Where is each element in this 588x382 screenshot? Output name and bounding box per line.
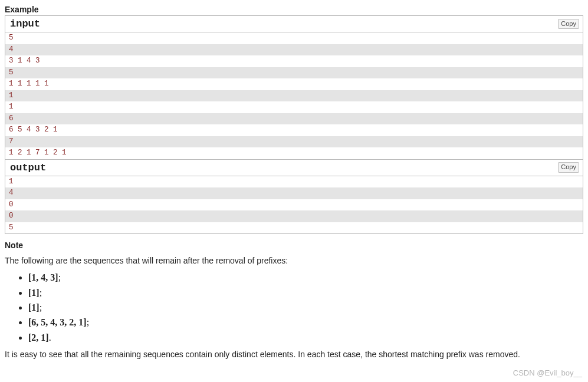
- input-header: input Copy: [5, 16, 583, 32]
- sequence-value: [6, 5, 4, 3, 2, 1]: [28, 317, 87, 327]
- code-line: 1 1 1 1 1: [5, 78, 583, 90]
- example-heading: Example: [5, 5, 583, 14]
- code-line: 4: [5, 44, 583, 56]
- note-sequence-item: [1];: [28, 286, 583, 299]
- input-box: input Copy 543 1 4 351 1 1 1 11166 5 4 3…: [5, 15, 583, 160]
- code-line: 4: [5, 187, 583, 199]
- note-heading: Note: [5, 240, 583, 252]
- note-sequence-list: [1, 4, 3];[1];[1];[6, 5, 4, 3, 2, 1];[2,…: [5, 271, 583, 344]
- note-sequence-item: [1, 4, 3];: [28, 271, 583, 284]
- note-intro: The following are the sequences that wil…: [5, 255, 583, 267]
- code-line: 0: [5, 210, 583, 222]
- sequence-terminator: ;: [40, 302, 42, 312]
- copy-input-button[interactable]: Copy: [558, 19, 579, 29]
- output-box: output Copy 14005: [5, 160, 583, 235]
- code-line: 3 1 4 3: [5, 55, 583, 67]
- code-line: 7: [5, 136, 583, 148]
- sequence-terminator: ;: [40, 288, 42, 298]
- code-line: 1 2 1 7 1 2 1: [5, 147, 583, 159]
- sequence-terminator: .: [49, 332, 51, 343]
- code-line: 1: [5, 90, 583, 102]
- sequence-terminator: ;: [58, 272, 61, 282]
- code-line: 0: [5, 199, 583, 211]
- sequence-value: [1]: [28, 302, 40, 312]
- code-line: 5: [5, 32, 583, 44]
- code-line: 6: [5, 113, 583, 125]
- code-line: 1: [5, 101, 583, 113]
- code-line: 6 5 4 3 2 1: [5, 124, 583, 136]
- sequence-value: [2, 1]: [28, 332, 49, 343]
- code-line: 5: [5, 67, 583, 79]
- code-line: 1: [5, 176, 583, 188]
- input-label: input: [10, 18, 40, 29]
- note-conclusion: It is easy to see that all the remaining…: [5, 349, 583, 361]
- copy-output-button[interactable]: Copy: [558, 162, 579, 172]
- output-header: output Copy: [5, 160, 583, 176]
- note-sequence-item: [6, 5, 4, 3, 2, 1];: [28, 316, 583, 329]
- sequence-value: [1]: [28, 288, 40, 298]
- sequence-value: [1, 4, 3]: [28, 272, 58, 282]
- sequence-terminator: ;: [87, 317, 89, 327]
- output-label: output: [10, 162, 46, 173]
- note-sequence-item: [1];: [28, 301, 583, 314]
- output-code: 14005: [5, 176, 583, 234]
- code-line: 5: [5, 222, 583, 234]
- note-sequence-item: [2, 1].: [28, 331, 583, 344]
- input-code: 543 1 4 351 1 1 1 11166 5 4 3 2 171 2 1 …: [5, 32, 583, 159]
- note-section: Note The following are the sequences tha…: [5, 240, 583, 361]
